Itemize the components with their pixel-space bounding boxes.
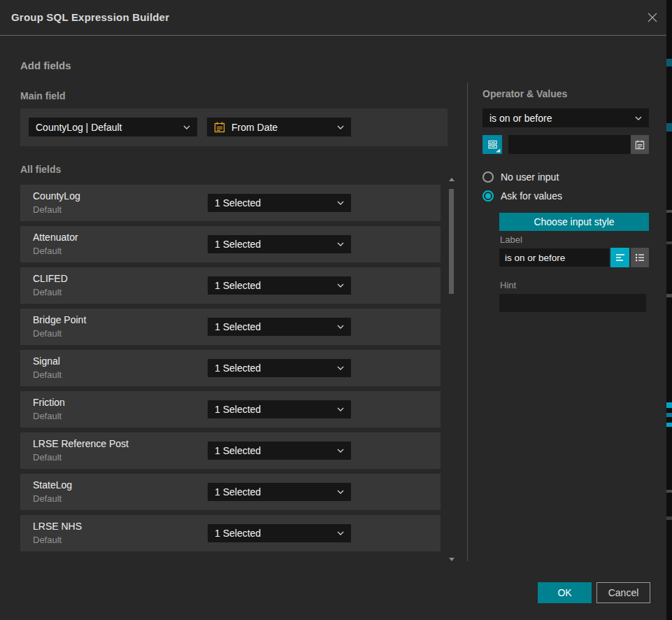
chevron-down-icon bbox=[337, 531, 344, 535]
value-input[interactable] bbox=[508, 135, 631, 154]
chevron-down-icon bbox=[337, 242, 344, 246]
selected-count: 1 Selected bbox=[215, 528, 333, 539]
button-dropdown-indicator bbox=[496, 149, 500, 153]
selected-count: 1 Selected bbox=[215, 486, 333, 498]
field-row: Signal Default 1 Selected bbox=[20, 350, 441, 386]
single-line-style-button[interactable] bbox=[610, 248, 629, 267]
label-input[interactable] bbox=[499, 248, 609, 267]
field-row: Friction Default 1 Selected bbox=[20, 391, 441, 428]
field-name: Bridge Point bbox=[33, 314, 86, 325]
field-row: CLIFED Default 1 Selected bbox=[20, 267, 441, 304]
field-values-select[interactable]: 1 Selected bbox=[208, 442, 351, 460]
chevron-down-icon bbox=[337, 490, 344, 494]
field-name: Friction bbox=[33, 397, 65, 408]
selected-count: 1 Selected bbox=[215, 404, 333, 415]
calendar-icon bbox=[635, 140, 645, 150]
add-fields-heading: Add fields bbox=[20, 59, 71, 71]
scrollbar-thumb[interactable] bbox=[449, 189, 454, 294]
list-style-button[interactable] bbox=[631, 248, 649, 267]
group-sql-expression-builder-dialog: Group SQL Expression Builder Add fields … bbox=[0, 0, 666, 620]
field-values-select[interactable]: 1 Selected bbox=[208, 524, 351, 542]
field-subtitle: Default bbox=[33, 411, 62, 421]
field-subtitle: Default bbox=[33, 328, 62, 339]
field-values-select[interactable]: 1 Selected bbox=[208, 276, 351, 295]
background-app-strip bbox=[666, 0, 672, 620]
dataset-select[interactable]: CountyLog | Default bbox=[29, 118, 197, 136]
field-values-select[interactable]: 1 Selected bbox=[208, 359, 351, 377]
field-name: LRSE NHS bbox=[33, 521, 82, 532]
dialog-title: Group SQL Expression Builder bbox=[11, 11, 169, 23]
background-fragment bbox=[666, 123, 672, 132]
background-fragment bbox=[666, 423, 672, 427]
chevron-down-icon bbox=[337, 283, 344, 288]
main-field-select-value: From Date bbox=[231, 122, 333, 133]
field-subtitle: Default bbox=[33, 204, 62, 215]
field-row: LRSE NHS Default 1 Selected bbox=[20, 515, 441, 551]
radio-circle-icon bbox=[482, 171, 494, 183]
field-subtitle: Default bbox=[33, 369, 62, 380]
field-values-select[interactable]: 1 Selected bbox=[208, 483, 351, 501]
radio-ask-for-values[interactable]: Ask for values bbox=[482, 190, 562, 202]
operator-select[interactable]: is on or before bbox=[482, 108, 649, 127]
field-subtitle: Default bbox=[33, 535, 62, 545]
selected-count: 1 Selected bbox=[215, 197, 333, 209]
field-subtitle: Default bbox=[33, 493, 62, 504]
field-name: CLIFED bbox=[33, 273, 68, 284]
background-fragment bbox=[666, 294, 672, 297]
chevron-down-icon bbox=[337, 407, 344, 411]
main-field-select[interactable]: From Date bbox=[207, 118, 351, 136]
selected-count: 1 Selected bbox=[215, 362, 333, 374]
field-subtitle: Default bbox=[33, 452, 62, 463]
chevron-down-icon bbox=[183, 125, 190, 129]
background-fragment bbox=[666, 490, 672, 493]
operator-select-value: is on or before bbox=[489, 113, 631, 124]
main-field-box: CountyLog | Default From Date bbox=[20, 108, 448, 146]
field-values-select[interactable]: 1 Selected bbox=[208, 400, 351, 418]
field-name: LRSE Reference Post bbox=[33, 438, 129, 449]
column-divider bbox=[467, 83, 468, 561]
selected-count: 1 Selected bbox=[215, 321, 333, 332]
chevron-down-icon bbox=[337, 325, 344, 329]
cancel-button[interactable]: Cancel bbox=[596, 582, 650, 603]
ok-button[interactable]: OK bbox=[538, 582, 592, 603]
value-source-button[interactable] bbox=[482, 135, 502, 154]
date-picker-button[interactable] bbox=[631, 135, 649, 154]
selected-count: 1 Selected bbox=[215, 445, 333, 456]
field-name: StateLog bbox=[33, 479, 72, 491]
scrollbar-up-arrow[interactable] bbox=[449, 178, 455, 181]
close-icon[interactable] bbox=[646, 11, 660, 25]
field-row: CountyLog Default 1 Selected bbox=[20, 185, 441, 221]
field-values-select[interactable]: 1 Selected bbox=[208, 194, 351, 212]
background-fragment bbox=[666, 516, 672, 520]
list-icon bbox=[635, 253, 645, 262]
dataset-select-value: CountyLog | Default bbox=[36, 122, 179, 133]
field-name: Attenuator bbox=[33, 232, 78, 243]
dialog-titlebar: Group SQL Expression Builder bbox=[0, 0, 666, 36]
background-fragment bbox=[666, 402, 672, 408]
choose-input-style-button[interactable]: Choose input style bbox=[499, 213, 649, 231]
field-subtitle: Default bbox=[33, 287, 62, 297]
field-values-select[interactable]: 1 Selected bbox=[208, 318, 351, 336]
scrollbar[interactable] bbox=[448, 176, 455, 563]
background-fragment bbox=[666, 413, 672, 417]
field-name: CountyLog bbox=[33, 190, 80, 202]
field-name: Signal bbox=[33, 355, 60, 367]
hint-input[interactable] bbox=[499, 294, 646, 312]
selected-count: 1 Selected bbox=[215, 280, 333, 291]
radio-no-user-input[interactable]: No user input bbox=[482, 171, 559, 183]
field-row: LRSE Reference Post Default 1 Selected bbox=[20, 432, 441, 469]
field-row: Attenuator Default 1 Selected bbox=[20, 226, 441, 262]
field-row: StateLog Default 1 Selected bbox=[20, 474, 441, 510]
label-label: Label bbox=[500, 234, 522, 245]
field-row: Bridge Point Default 1 Selected bbox=[20, 309, 441, 345]
calendar-icon bbox=[214, 122, 225, 133]
chevron-down-icon bbox=[337, 449, 344, 453]
field-values-select[interactable]: 1 Selected bbox=[208, 235, 351, 253]
scrollbar-down-arrow[interactable] bbox=[449, 558, 455, 561]
chevron-down-icon bbox=[337, 201, 344, 205]
all-fields-list: CountyLog Default 1 Selected Attenuator … bbox=[20, 185, 441, 556]
chevron-down-icon bbox=[337, 125, 344, 129]
all-fields-label: All fields bbox=[20, 164, 61, 175]
radio-ask-for-values-label: Ask for values bbox=[501, 190, 562, 202]
background-fragment bbox=[666, 210, 672, 213]
